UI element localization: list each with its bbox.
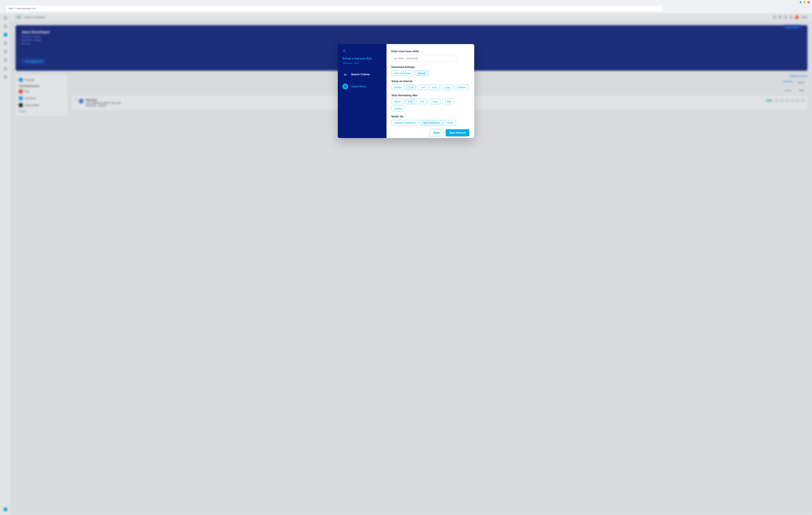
option-chip[interactable]: Manual [415,71,429,76]
download-options: Auto DownloadManual [392,71,469,76]
stop-options: Never1 Hr2 Hr1 Day2 DayCustom [392,99,469,111]
interval-options: 30 Min1 Hr2 Hr4 Hr1 DayCustom [392,85,469,90]
step-label: Search Criteria [351,73,370,76]
option-chip[interactable]: Custom [392,106,405,111]
option-chip[interactable]: Custom [455,85,468,90]
option-chip[interactable]: Email [444,120,456,125]
option-chip[interactable]: 1 Hr [406,85,416,90]
skills-input[interactable] [392,55,456,62]
modal-body: Enter must have skills Download Settings… [386,44,474,138]
option-chip[interactable]: 1 Day [429,99,440,104]
address-bar[interactable]: https: // www.wisestep.com [6,6,662,11]
option-chip[interactable]: 1 Hr [405,99,415,104]
option-chip[interactable]: 2 Hr [417,99,427,104]
option-chip[interactable]: 2 Hr [417,85,428,90]
step-apply-rules[interactable]: 02 Apply Rules [342,84,382,89]
stop-label: Stop Harvesting after [392,94,469,97]
interval-label: Setup an interval [392,80,469,83]
notify-label: Notify Via [392,115,469,118]
address-bar-row: https: // www.wisestep.com [0,4,812,13]
window-max-icon[interactable] [804,1,806,3]
start-harvest-button[interactable]: Start Harvest [446,129,469,136]
option-chip[interactable]: App Notification [420,120,443,125]
harvest-bot-modal: Setup a Harvest Bot Job Board : DICE 01 … [338,44,474,138]
option-chip[interactable]: 2 Day [442,99,454,104]
step-number: 02 [342,84,348,89]
modal-title: Setup a Harvest Bot [342,57,382,60]
step-label: Apply Rules [351,85,366,88]
option-chip[interactable]: Auto Download [392,71,413,76]
modal-sidebar: Setup a Harvest Bot Job Board : DICE 01 … [338,44,386,138]
notify-options: Desktop NotificationApp NotificationEmai… [392,120,469,125]
window-titlebar [0,0,812,4]
skills-label: Enter must have skills [392,50,469,53]
step-search-criteria[interactable]: 01 Search Criteria [342,72,382,77]
option-chip[interactable]: Desktop Notification [392,120,418,125]
modal-subtitle: Job Board : DICE [342,62,382,64]
option-chip[interactable]: 4 Hr [429,85,439,90]
window-close-icon[interactable] [808,1,809,3]
option-chip[interactable]: 1 Day [441,85,453,90]
modal-footer: Back Start Harvest [392,125,469,136]
close-icon[interactable] [342,49,346,53]
address-url: https: // www.wisestep.com [8,7,36,10]
download-label: Download Settings [392,66,469,69]
back-button[interactable]: Back [430,129,443,136]
option-chip[interactable]: Never [392,99,403,104]
window-min-icon[interactable] [800,1,802,3]
step-number: 01 [342,72,348,77]
option-chip[interactable]: 30 Min [392,85,404,90]
